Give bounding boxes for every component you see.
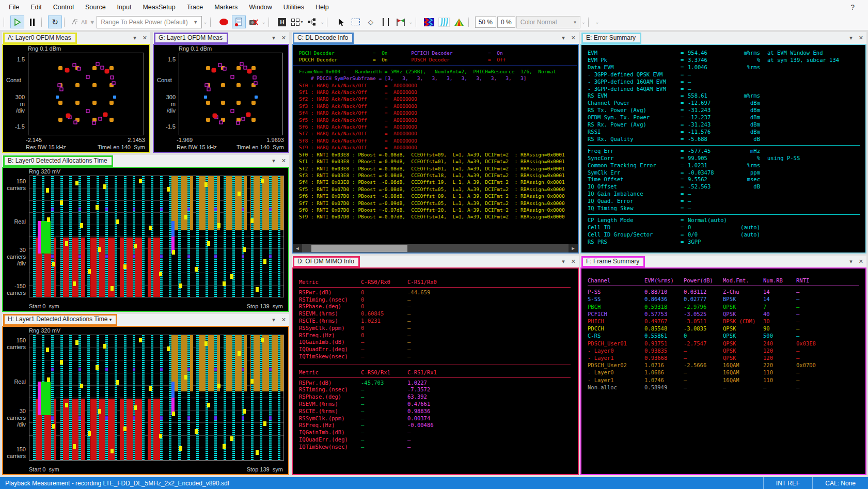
window-header[interactable]: B: Layer0 Detected Allocations Time ▾✕ xyxy=(2,155,289,167)
toolbar-overflow[interactable]: ⌄ xyxy=(595,19,599,25)
window-menu-icon[interactable]: ▾ xyxy=(133,35,136,41)
window-menu-icon[interactable]: ▾ xyxy=(562,35,565,41)
pdcch-mark xyxy=(52,424,55,429)
control-mark xyxy=(214,368,217,371)
range-mode-select[interactable]: Range To Peak Power (Default) ▼ xyxy=(97,16,202,28)
mimo-info-display[interactable]: MetricC-RS0/Rx0C-RS1/Rx0RSPwr.(dB)0-44.6… xyxy=(292,267,579,475)
decode-line: FrameNum 0x000 : Bandwidth = 5MHz (25RB)… xyxy=(299,68,578,75)
zoom-select-tool-button[interactable] xyxy=(349,15,362,28)
window-layout-button[interactable]: ▾ xyxy=(290,15,304,28)
window-close-icon[interactable]: ✕ xyxy=(859,35,863,41)
window-layer1-allocations: H: Layer1 Detected Allocations Time ▾ ▾✕… xyxy=(2,314,289,475)
frame-summary-display[interactable]: ChannelEVM(%rms)Power(dB)Mod.Fmt.Num.RBR… xyxy=(580,267,866,475)
discard-recording-button[interactable] xyxy=(247,15,261,28)
toolbar-overflow[interactable]: ⌄ xyxy=(262,19,266,25)
pdcch-mark xyxy=(243,247,246,252)
window-menu-icon[interactable]: ▾ xyxy=(272,317,275,323)
error-summary-display[interactable]: EVM=954.46m%rmsat EVM Window EndEVM Pk=3… xyxy=(580,44,866,254)
menu-help[interactable]: Help xyxy=(310,1,335,13)
decode-info-display[interactable]: PBCH Decoder = On PCFICH Decoder = OnPDC… xyxy=(292,44,579,254)
window-close-icon[interactable]: ✕ xyxy=(281,317,286,323)
recording-info-button[interactable] xyxy=(232,15,246,28)
menu-utilities[interactable]: Utilities xyxy=(278,1,310,13)
allocations-plot[interactable] xyxy=(29,335,284,461)
window-close-icon[interactable]: ✕ xyxy=(281,35,286,41)
constellation-point-qpsk xyxy=(252,76,256,80)
window-header[interactable]: A: Layer0 OFDM Meas ▾✕ xyxy=(2,32,150,44)
toolbar-overflow[interactable]: ⌄ xyxy=(581,19,586,25)
frame-row: PDCCH0.85548-3.0835QPSK90— xyxy=(581,325,865,332)
pointer-tool-button[interactable] xyxy=(334,15,348,28)
menu-markers[interactable]: Markers xyxy=(209,1,243,13)
window-close-icon[interactable]: ✕ xyxy=(859,258,863,265)
menu-source[interactable]: Source xyxy=(80,1,112,13)
window-header[interactable]: F: Frame Summary ▾✕ xyxy=(580,256,866,267)
menu-file[interactable]: File xyxy=(3,1,25,13)
window-header[interactable]: G: Layer1 OFDM Meas ▾✕ xyxy=(153,32,289,44)
status-reference[interactable]: INT REF xyxy=(764,480,812,487)
menu-window[interactable]: Window xyxy=(243,1,277,13)
menu-meassetup[interactable]: MeasSetup xyxy=(137,1,181,13)
constellation-display[interactable]: Rng 0.1 dBm 1.5 Const 300 m /div -1.5 -1… xyxy=(153,44,289,153)
play-button[interactable] xyxy=(10,15,24,28)
constellation-plot[interactable] xyxy=(28,53,144,135)
error-row: RS Tx. Power (Avg)=-31.243dBm xyxy=(588,107,865,114)
constellation-point-16qam xyxy=(58,118,62,122)
scroll-left-arrow[interactable]: ◄ xyxy=(293,244,302,253)
scrollbar-track[interactable] xyxy=(302,244,569,253)
toolbar-overflow[interactable]: ⌄ xyxy=(408,19,413,25)
constellation-display[interactable]: Rng 0.1 dBm 1.5 Const 300 m /div -1.5 -2… xyxy=(2,44,150,153)
toolbar-overflow[interactable]: ⌄ xyxy=(320,19,325,25)
frame-row: - Layer00.93835—QPSK120— xyxy=(581,347,865,354)
window-close-icon[interactable]: ✕ xyxy=(143,35,147,41)
cumulative-history-button[interactable] xyxy=(452,15,466,28)
status-calibration[interactable]: CAL: None xyxy=(813,480,868,487)
help-icon[interactable]: ? xyxy=(850,3,865,11)
window-header[interactable]: D: OFDM MIMO Info ▾✕ xyxy=(292,256,579,267)
menu-input[interactable]: Input xyxy=(112,1,137,13)
hold-layout-button[interactable]: H xyxy=(275,15,289,28)
pause-button[interactable] xyxy=(25,15,39,28)
window-header[interactable]: E: Error Summary ▾✕ xyxy=(580,32,866,44)
window-menu-icon[interactable]: ▾ xyxy=(272,157,275,164)
allocations-display[interactable]: Rng 320 mV 150 carriers Real 30 carriers… xyxy=(2,326,289,475)
allocations-plot[interactable] xyxy=(29,176,284,297)
toolbar-overflow[interactable]: ⌄ xyxy=(203,19,208,25)
mimo-nodes-icon xyxy=(307,18,317,26)
constellation-plot[interactable] xyxy=(179,53,283,135)
window-close-icon[interactable]: ✕ xyxy=(571,35,576,41)
menu-control[interactable]: Control xyxy=(48,1,80,13)
frame-row: PBCH0.59318-2.9796QPSK7— xyxy=(581,303,865,310)
window-menu-icon[interactable]: ▾ xyxy=(562,258,565,265)
waterfall-button[interactable] xyxy=(437,15,451,28)
allocations-display[interactable]: Rng 320 mV 150 carriers Real 30 carriers… xyxy=(2,167,289,312)
diamond-icon: ◇ xyxy=(368,18,373,26)
band-power-markers-button[interactable] xyxy=(378,15,392,28)
window-close-icon[interactable]: ✕ xyxy=(281,157,286,164)
autorange-button[interactable]: All ▼ xyxy=(71,15,96,28)
scroll-right-arrow[interactable]: ► xyxy=(569,244,578,253)
color-mode-select[interactable]: Color Normal ▾ xyxy=(516,16,580,28)
chevron-down-icon[interactable]: ▾ xyxy=(109,317,112,322)
menu-trace[interactable]: Trace xyxy=(181,1,209,13)
measurement-setup-button[interactable] xyxy=(305,15,319,28)
offset-markers-button[interactable] xyxy=(393,15,407,28)
play-icon xyxy=(13,18,22,26)
horizontal-scrollbar[interactable]: ◄ ► xyxy=(293,244,578,253)
restart-button[interactable]: ↻ xyxy=(48,15,62,28)
window-header[interactable]: H: Layer1 Detected Allocations Time ▾ ▾✕ xyxy=(2,314,289,326)
record-button[interactable] xyxy=(217,15,231,28)
pdcch-mark xyxy=(47,377,50,382)
window-close-icon[interactable]: ✕ xyxy=(571,258,576,265)
persistence-percent-field[interactable]: 50 % xyxy=(475,17,496,28)
control-mark xyxy=(51,255,54,258)
marker-tool-button[interactable]: ◇ xyxy=(364,15,377,28)
window-menu-icon[interactable]: ▾ xyxy=(272,35,275,41)
window-header[interactable]: C: DL Decode Info ▾✕ xyxy=(292,32,579,44)
scrollbar-thumb[interactable] xyxy=(311,245,407,252)
threshold-percent-field[interactable]: 0 % xyxy=(497,17,515,28)
menu-edit[interactable]: Edit xyxy=(25,1,48,13)
spectrogram-button[interactable] xyxy=(422,15,436,28)
window-menu-icon[interactable]: ▾ xyxy=(849,35,853,41)
window-menu-icon[interactable]: ▾ xyxy=(849,258,853,265)
